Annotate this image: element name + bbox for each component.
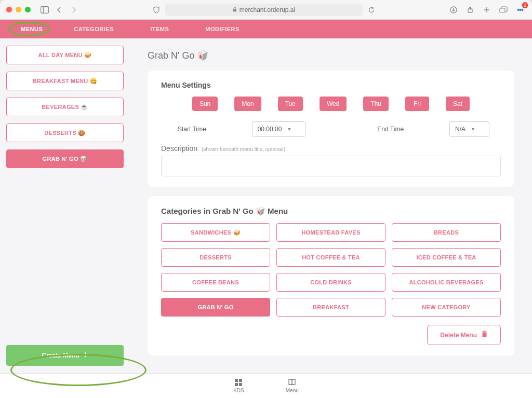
top-nav: MENUS CATEGORIES ITEMS MODIFIERS	[0, 20, 532, 38]
start-time-value: 00:00:00	[258, 126, 282, 133]
maximize-window-icon[interactable]	[25, 7, 31, 12]
back-icon[interactable]	[54, 4, 65, 16]
tabs-icon[interactable]	[498, 4, 509, 16]
end-time-label: End Time	[377, 126, 404, 133]
tab-modifiers[interactable]: MODIFIERS	[190, 20, 255, 38]
browser-toolbar: merchant.orderup.ai ••• 2	[0, 0, 532, 20]
address-bar[interactable]: merchant.orderup.ai	[165, 4, 363, 16]
footer-kds-label: KDS	[233, 388, 244, 393]
sidebar-menu-all-day[interactable]: ALL DAY MENU 🥪	[6, 46, 124, 64]
tab-menus[interactable]: MENUS	[5, 20, 58, 38]
tab-categories[interactable]: CATEGORIES	[58, 20, 129, 38]
svg-rect-13	[482, 332, 487, 333]
day-sun[interactable]: Sun	[192, 97, 218, 111]
svg-rect-12	[483, 333, 487, 337]
svg-rect-0	[41, 6, 49, 13]
category-iced-coffee-tea[interactable]: ICED COFFEE & TEA	[392, 248, 501, 267]
category-alcoholic-beverages[interactable]: ALCOHOLIC BEVERAGES	[392, 273, 501, 292]
chevron-down-icon: ▼	[471, 127, 475, 132]
svg-rect-16	[239, 379, 242, 382]
trash-icon	[481, 331, 488, 339]
svg-rect-15	[235, 379, 238, 382]
window-controls	[6, 7, 31, 12]
category-coffee-beans[interactable]: COFFEE BEANS	[161, 273, 270, 292]
sidebar-menu-breakfast[interactable]: BREAKFAST MENU 😋	[6, 72, 124, 90]
footer-nav: KDS Menu	[0, 373, 532, 398]
sidebar-toggle-icon[interactable]	[39, 4, 50, 16]
url-text: merchant.orderup.ai	[240, 6, 295, 13]
create-menu-button[interactable]: Create Menu	[6, 345, 124, 366]
category-desserts[interactable]: DESSERTS	[161, 248, 270, 267]
svg-rect-9	[500, 8, 505, 12]
lock-icon	[232, 6, 237, 13]
category-new-category[interactable]: NEW CATEGORY	[392, 298, 501, 317]
delete-menu-button[interactable]: Delete Menu	[427, 325, 501, 345]
categories-heading: Categories in Grab N' Go 🥡 Menu	[161, 207, 501, 216]
svg-rect-2	[233, 9, 236, 11]
category-grab-n-go[interactable]: GRAB N' GO	[161, 298, 270, 317]
page-title: Grab N' Go 🥡	[148, 50, 514, 61]
create-menu-label: Create Menu	[42, 352, 79, 359]
sidebar-menu-desserts[interactable]: DESSERTS 🍪	[6, 123, 124, 142]
sidebar-menu-beverages[interactable]: BEVERAGES ☕	[6, 98, 124, 116]
category-breads[interactable]: BREADS	[392, 223, 501, 242]
description-label: Description (shown beneath menu title, o…	[161, 144, 501, 153]
category-breakfast[interactable]: BREAKFAST	[276, 298, 385, 317]
delete-menu-label: Delete Menu	[440, 332, 477, 339]
day-tue[interactable]: Tue	[278, 97, 303, 111]
book-icon	[288, 378, 296, 387]
day-mon[interactable]: Mon	[234, 97, 261, 111]
end-time-select[interactable]: N/A ▼	[449, 121, 489, 137]
footer-menu-label: Menu	[286, 388, 299, 393]
day-selector: Sun Mon Tue Wed Thu Fri Sat	[161, 97, 501, 111]
description-hint: (shown beneath menu title, optional)	[202, 146, 285, 152]
category-hot-coffee-tea[interactable]: HOT COFFEE & TEA	[276, 248, 385, 267]
new-tab-icon[interactable]	[481, 4, 493, 16]
forward-icon	[68, 4, 79, 16]
extensions-icon[interactable]: ••• 2	[514, 4, 526, 16]
download-icon[interactable]	[448, 4, 459, 16]
main-panel: Grab N' Go 🥡 Menu Settings Sun Mon Tue W…	[130, 38, 532, 373]
menu-settings-heading: Menu Settings	[161, 81, 501, 89]
menu-settings-card: Menu Settings Sun Mon Tue Wed Thu Fri Sa…	[148, 71, 514, 187]
day-wed[interactable]: Wed	[320, 97, 347, 111]
svg-rect-18	[239, 383, 242, 386]
start-time-select[interactable]: 00:00:00 ▼	[252, 121, 306, 137]
minimize-window-icon[interactable]	[16, 7, 21, 12]
category-homestead-faves[interactable]: HOMESTEAD FAVES	[276, 223, 385, 242]
tab-items[interactable]: ITEMS	[129, 20, 190, 38]
share-icon[interactable]	[464, 4, 476, 16]
footer-menu[interactable]: Menu	[286, 378, 299, 393]
chevron-down-icon: ▼	[287, 127, 291, 132]
plus-icon	[83, 352, 88, 359]
close-window-icon[interactable]	[6, 7, 12, 12]
categories-card: Categories in Grab N' Go 🥡 Menu SANDWICH…	[148, 196, 514, 355]
day-sat[interactable]: Sat	[446, 97, 470, 111]
extension-badge: 2	[522, 2, 528, 8]
sidebar: ALL DAY MENU 🥪 BREAKFAST MENU 😋 BEVERAGE…	[0, 38, 130, 373]
day-fri[interactable]: Fri	[405, 97, 429, 111]
footer-kds[interactable]: KDS	[233, 378, 244, 393]
reload-icon[interactable]	[366, 4, 377, 16]
start-time-label: Start Time	[178, 126, 206, 133]
svg-rect-17	[235, 383, 238, 386]
shield-icon[interactable]	[151, 4, 162, 16]
grid-icon	[234, 378, 243, 387]
day-thu[interactable]: Thu	[363, 97, 389, 111]
end-time-value: N/A	[455, 126, 466, 133]
sidebar-menu-grab-n-go[interactable]: GRAB N' GO 🥡	[6, 149, 124, 168]
category-cold-drinks[interactable]: COLD DRINKS	[276, 273, 385, 292]
category-sandwiches[interactable]: SANDWICHES 🥪	[161, 223, 270, 242]
svg-rect-14	[484, 331, 486, 332]
description-input[interactable]	[161, 156, 501, 176]
